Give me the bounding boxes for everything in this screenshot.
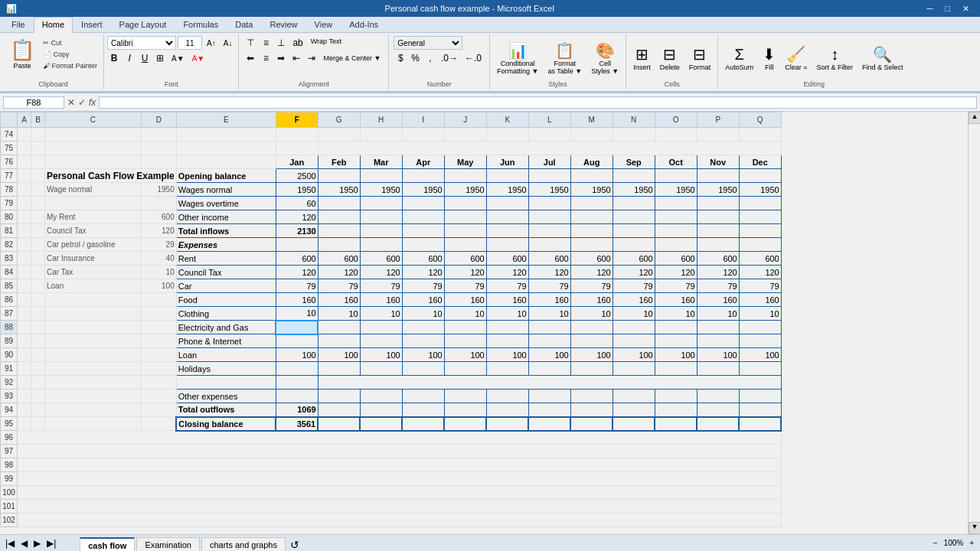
cell-b77[interactable] (31, 169, 45, 183)
cell-c76[interactable] (45, 155, 142, 169)
cell-e82-expenses[interactable]: Expenses (176, 238, 276, 252)
row-num-87[interactable]: 87 (1, 307, 18, 321)
cell-f94[interactable]: 1069 (276, 403, 318, 417)
cut-button[interactable]: ✂ Cut (40, 37, 100, 48)
cell-e87[interactable]: Clothing (176, 307, 276, 321)
font-color-button[interactable]: A▼ (189, 53, 208, 64)
cell-p95[interactable] (697, 417, 739, 431)
cell-l78-val[interactable]: 1950 (528, 183, 570, 197)
cell-i78-val[interactable]: 1950 (402, 183, 444, 197)
tab-view[interactable]: View (306, 17, 341, 32)
merge-center-button[interactable]: Merge & Center ▼ (320, 53, 384, 64)
cell-b95[interactable] (31, 417, 45, 431)
cell-e78-wagesnormal[interactable]: Wages normal (176, 183, 276, 197)
decrease-font-button[interactable]: A↓ (220, 37, 236, 49)
tab-page-layout[interactable]: Page Layout (111, 17, 175, 32)
cell-d75[interactable] (141, 142, 176, 155)
cell-e74[interactable] (176, 128, 276, 142)
row-num-74[interactable]: 74 (1, 128, 18, 142)
cell-a80[interactable] (18, 210, 31, 224)
cell-f90[interactable]: 100 (276, 348, 318, 362)
cell-o74[interactable] (655, 128, 697, 142)
row-num-98[interactable]: 98 (1, 458, 18, 472)
align-top-button[interactable]: ⊤ (243, 36, 257, 50)
cell-k94[interactable] (486, 403, 528, 417)
cell-l74[interactable] (528, 128, 570, 142)
cell-c83[interactable]: Car Insurance (45, 252, 142, 266)
cell-d90[interactable] (141, 348, 176, 362)
row-num-88[interactable]: 88 (1, 321, 18, 334)
align-bottom-button[interactable]: ⊥ (274, 36, 288, 50)
cell-o95[interactable] (655, 417, 697, 431)
tab-formulas[interactable]: Formulas (175, 17, 227, 32)
cell-m87[interactable]: 10 (570, 307, 612, 321)
decrease-decimal-button[interactable]: ←.0 (462, 51, 485, 65)
formula-input[interactable] (99, 96, 977, 109)
cell-i93[interactable] (402, 390, 444, 403)
cell-m81[interactable] (570, 224, 612, 238)
cell-n89[interactable] (612, 334, 655, 348)
row-num-102[interactable]: 102 (1, 514, 18, 527)
cell-c77-title[interactable]: Personal Cash Flow Example (45, 169, 177, 183)
cell-j85[interactable]: 79 (444, 279, 486, 293)
cell-a86[interactable] (18, 293, 31, 307)
cell-l87[interactable]: 10 (528, 307, 570, 321)
scroll-track[interactable] (969, 124, 980, 522)
cell-l85[interactable]: 79 (528, 279, 570, 293)
cell-j94[interactable] (444, 403, 486, 417)
cell-k77[interactable] (486, 169, 528, 183)
cell-a89[interactable] (18, 334, 31, 348)
find-select-button[interactable]: 🔍 Find & Select (858, 43, 907, 73)
cell-o90[interactable]: 100 (655, 348, 697, 362)
cell-c85[interactable]: Loan (45, 279, 142, 293)
row-num-89[interactable]: 89 (1, 334, 18, 348)
cell-h82[interactable] (360, 238, 402, 252)
cell-h84[interactable]: 120 (360, 266, 402, 279)
cell-j88[interactable] (444, 321, 486, 334)
cell-h90[interactable]: 100 (360, 348, 402, 362)
cell-g86[interactable]: 160 (318, 293, 360, 307)
cell-m89[interactable] (570, 334, 612, 348)
cell-h81[interactable] (360, 224, 402, 238)
increase-decimal-button[interactable]: .0→ (438, 51, 461, 65)
cell-q84[interactable]: 120 (739, 266, 781, 279)
row-num-92[interactable]: 92 (1, 376, 18, 390)
cell-h89[interactable] (360, 334, 402, 348)
cell-o91[interactable] (655, 362, 697, 376)
cell-l81[interactable] (528, 224, 570, 238)
cell-f95[interactable]: 3561 (276, 417, 318, 431)
cell-c90[interactable] (45, 348, 142, 362)
number-format-select[interactable]: General (394, 36, 462, 50)
cell-q80[interactable] (739, 210, 781, 224)
col-header-j[interactable]: J (444, 112, 486, 128)
cell-i74[interactable] (402, 128, 444, 142)
cell-b76[interactable] (31, 155, 45, 169)
cell-m85[interactable]: 79 (570, 279, 612, 293)
cell-m76-aug[interactable]: Aug (570, 155, 612, 169)
cell-f92[interactable] (276, 376, 318, 390)
scroll-down-button[interactable]: ▼ (969, 522, 980, 534)
cell-e85[interactable]: Car (176, 279, 276, 293)
cell-q79[interactable] (739, 197, 781, 210)
cell-b81[interactable] (31, 224, 45, 238)
cell-i76-apr[interactable]: Apr (402, 155, 444, 169)
cell-o78-val[interactable]: 1950 (655, 183, 697, 197)
bold-button[interactable]: B (107, 51, 121, 65)
sheet-tab-examination[interactable]: Examination (136, 537, 200, 551)
cell-j83[interactable]: 600 (444, 252, 486, 266)
cell-k85[interactable]: 79 (486, 279, 528, 293)
cell-h93[interactable] (360, 390, 402, 403)
cell-p85[interactable]: 79 (697, 279, 739, 293)
sheet-nav-next[interactable]: ▶ (31, 538, 43, 549)
tab-review[interactable]: Review (261, 17, 305, 32)
cell-f86[interactable]: 160 (276, 293, 318, 307)
zoom-in-button[interactable]: + (969, 539, 974, 547)
fill-button[interactable]: ⬇ Fill (759, 43, 779, 73)
cell-k74[interactable] (486, 128, 528, 142)
cell-j86[interactable]: 160 (444, 293, 486, 307)
col-header-e[interactable]: E (176, 112, 276, 128)
cell-n77[interactable] (612, 169, 655, 183)
cell-c91[interactable] (45, 362, 142, 376)
cell-c88[interactable] (45, 321, 142, 334)
cell-g93[interactable] (318, 390, 360, 403)
